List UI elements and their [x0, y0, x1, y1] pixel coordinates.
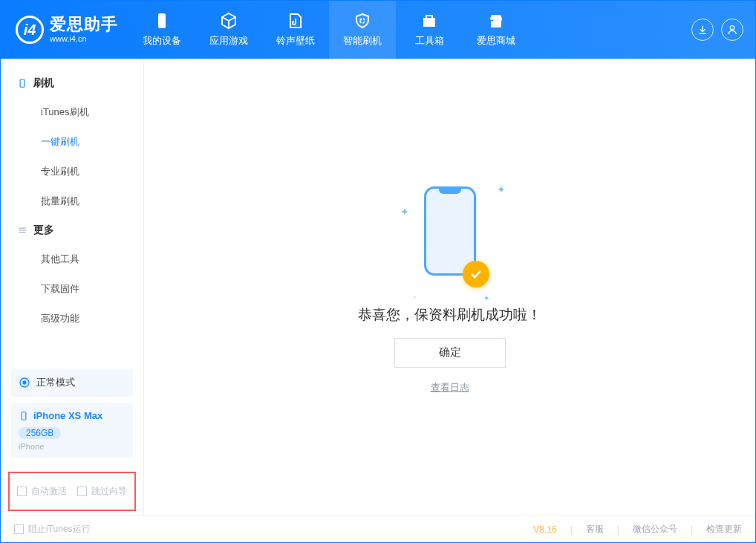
device-name: iPhone XS Max — [33, 410, 102, 421]
check-update-link[interactable]: 检查更新 — [706, 523, 742, 536]
sidebar-item-one-click-flash[interactable]: 一键刷机 — [1, 127, 143, 157]
checkbox-icon — [77, 487, 87, 496]
music-file-icon — [287, 12, 304, 30]
svg-rect-9 — [491, 21, 501, 27]
mode-label: 正常模式 — [36, 376, 75, 389]
store-icon — [487, 12, 505, 30]
nav-toolbox[interactable]: 工具箱 — [396, 1, 463, 59]
sidebar-item-itunes-flash[interactable]: iTunes刷机 — [1, 97, 143, 127]
app-title: 爱思助手 — [50, 16, 118, 33]
sidebar: 刷机 iTunes刷机 一键刷机 专业刷机 批量刷机 更多 其他工具 下载固件 … — [1, 59, 144, 516]
device-type: iPhone — [19, 442, 44, 451]
sidebar-item-download-firmware[interactable]: 下载固件 — [1, 274, 143, 304]
phone-icon — [19, 411, 29, 421]
sidebar-item-advanced[interactable]: 高级功能 — [1, 304, 143, 334]
checkbox-label: 阻止iTunes运行 — [28, 523, 91, 536]
nav-ringtones[interactable]: 铃声壁纸 — [262, 1, 329, 59]
device-capacity: 256GB — [19, 427, 61, 439]
user-icon — [726, 24, 738, 36]
body: 刷机 iTunes刷机 一键刷机 专业刷机 批量刷机 更多 其他工具 下载固件 … — [1, 59, 755, 516]
nav-my-device[interactable]: 我的设备 — [128, 1, 195, 59]
sidebar-list: 刷机 iTunes刷机 一键刷机 专业刷机 批量刷机 更多 其他工具 下载固件 … — [1, 59, 143, 362]
sidebar-item-batch-flash[interactable]: 批量刷机 — [1, 186, 143, 216]
sparkle-icon: ✦ — [400, 206, 409, 218]
download-button[interactable] — [691, 19, 714, 41]
nav-label: 爱思商城 — [477, 34, 515, 48]
sparkle-icon: ✦ — [483, 294, 489, 302]
device-icon — [153, 12, 171, 30]
auto-activate-checkbox[interactable]: 自动激活 — [17, 485, 67, 498]
footer: 阻止iTunes运行 V8.16 | 客服 | 微信公众号 | 检查更新 — [1, 516, 755, 542]
sidebar-item-other-tools[interactable]: 其他工具 — [1, 244, 143, 274]
block-itunes-checkbox[interactable]: 阻止iTunes运行 — [14, 523, 91, 536]
svg-point-10 — [730, 26, 734, 30]
nav-apps[interactable]: 应用游戏 — [195, 1, 262, 59]
nav-flash[interactable]: 智能刷机 — [329, 1, 396, 59]
sidebar-group-flash: 刷机 — [1, 69, 143, 97]
user-button[interactable] — [721, 19, 743, 41]
checkbox-icon — [14, 524, 24, 534]
phone-notch-icon — [439, 186, 461, 194]
header-actions — [680, 1, 755, 59]
cube-icon — [220, 12, 238, 30]
svg-rect-8 — [158, 13, 166, 28]
checkbox-label: 跳过向导 — [91, 485, 127, 498]
nav-label: 工具箱 — [415, 34, 444, 48]
nav-label: 我的设备 — [143, 34, 181, 48]
logo-icon: i4 — [16, 16, 44, 44]
ok-button[interactable]: 确定 — [394, 338, 506, 368]
wechat-link[interactable]: 微信公众号 — [633, 523, 677, 536]
header: i4 爱思助手 www.i4.cn 我的设备 应用游戏 铃声壁纸 智能刷机 — [1, 1, 755, 59]
success-illustration: ✦ ✦ ✦ ✦ — [417, 181, 483, 284]
phone-icon — [17, 78, 27, 88]
device-panel: 正常模式 iPhone XS Max 256GB iPhone — [1, 362, 143, 472]
main-nav: 我的设备 应用游戏 铃声壁纸 智能刷机 工具箱 爱思商城 — [128, 1, 529, 59]
nav-label: 铃声壁纸 — [276, 34, 315, 48]
checkbox-label: 自动激活 — [31, 485, 67, 498]
device-box[interactable]: iPhone XS Max 256GB iPhone — [11, 403, 133, 458]
menu-icon — [17, 225, 27, 235]
check-badge-icon — [463, 261, 489, 287]
group-label: 刷机 — [33, 77, 54, 90]
sidebar-item-pro-flash[interactable]: 专业刷机 — [1, 157, 143, 186]
mode-box[interactable]: 正常模式 — [11, 368, 133, 397]
support-link[interactable]: 客服 — [586, 523, 604, 536]
nav-store[interactable]: 爱思商城 — [463, 1, 529, 59]
mode-icon — [19, 377, 30, 388]
logo: i4 爱思助手 www.i4.cn — [1, 1, 128, 59]
flash-options: 自动激活 跳过向导 — [8, 472, 136, 511]
download-icon — [697, 24, 708, 36]
sparkle-icon: ✦ — [497, 183, 506, 195]
nav-label: 应用游戏 — [209, 34, 248, 48]
nav-label: 智能刷机 — [343, 34, 382, 48]
toolbox-icon — [420, 12, 438, 30]
refresh-shield-icon — [353, 12, 371, 30]
skip-wizard-checkbox[interactable]: 跳过向导 — [77, 485, 127, 498]
checkbox-icon — [17, 487, 27, 496]
success-message: 恭喜您，保资料刷机成功啦！ — [358, 305, 541, 325]
main-content: ✦ ✦ ✦ ✦ 恭喜您，保资料刷机成功啦！ 确定 查看日志 — [144, 59, 755, 516]
app-window: i4 爱思助手 www.i4.cn 我的设备 应用游戏 铃声壁纸 智能刷机 — [0, 0, 756, 543]
svg-rect-11 — [20, 79, 25, 88]
view-log-link[interactable]: 查看日志 — [431, 381, 469, 394]
app-subtitle: www.i4.cn — [50, 35, 118, 43]
svg-rect-17 — [22, 412, 26, 420]
version-label: V8.16 — [533, 524, 556, 535]
group-label: 更多 — [33, 224, 54, 237]
phone-icon — [424, 186, 476, 276]
sparkle-icon: ✦ — [412, 294, 417, 301]
sidebar-group-more: 更多 — [1, 216, 143, 244]
svg-point-16 — [23, 381, 26, 384]
